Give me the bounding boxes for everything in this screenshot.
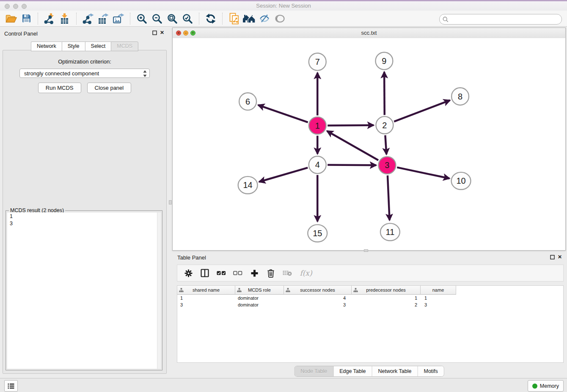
tab-select[interactable]: Select	[85, 41, 111, 51]
cell-shared-name[interactable]: 3	[177, 301, 235, 308]
close-panel-button[interactable]: Close panel	[87, 83, 132, 93]
column-header-mcds-role[interactable]: MCDS role	[235, 286, 284, 295]
close-table-panel-icon[interactable]: ✕	[558, 254, 562, 259]
show-graphics-details-button[interactable]	[272, 12, 287, 25]
vertical-splitter-handle[interactable]	[169, 200, 172, 204]
import-table-button[interactable]	[57, 12, 72, 25]
cell-successor-nodes[interactable]: 3	[284, 301, 352, 308]
select-stepper-icon	[143, 70, 147, 77]
network-window-titlebar[interactable]: ✕ − + scc.txt	[173, 28, 565, 39]
cell-predecessor-nodes[interactable]: 1	[352, 295, 421, 301]
refresh-icon	[205, 13, 216, 24]
search-input[interactable]	[449, 16, 561, 23]
save-session-button[interactable]	[19, 12, 34, 25]
plus-icon	[250, 269, 259, 277]
zoom-out-button[interactable]	[149, 12, 165, 25]
task-history-button[interactable]	[4, 380, 18, 392]
network-window-title: scc.txt	[173, 30, 565, 36]
svg-text:14: 14	[243, 180, 253, 190]
zoom-fit-icon	[167, 13, 178, 24]
column-header-successor-nodes[interactable]: successor nodes	[284, 286, 352, 295]
tab-network[interactable]: Network	[31, 41, 62, 51]
svg-text:1: 1	[315, 121, 320, 130]
cell-name[interactable]: 3	[421, 301, 456, 308]
table-row[interactable]: 1 dominator 4 1 1	[177, 295, 563, 301]
criterion-select[interactable]: strongly connected component	[19, 69, 150, 78]
add-column-button[interactable]	[250, 268, 259, 278]
export-table-button[interactable]	[96, 12, 111, 25]
column-label: successor nodes	[300, 287, 335, 293]
import-network-icon	[44, 13, 55, 24]
float-panel-icon[interactable]	[152, 30, 157, 35]
hierarchy-icon	[286, 288, 290, 293]
memory-button[interactable]: Memory	[528, 380, 564, 392]
column-header-name[interactable]: name	[421, 286, 456, 295]
apply-layout-button[interactable]	[242, 12, 257, 25]
zoom-in-icon	[136, 13, 147, 24]
open-file-button[interactable]	[3, 12, 19, 25]
tab-node-table[interactable]: Node Table	[295, 366, 333, 376]
unselect-all-columns-button[interactable]	[233, 268, 242, 278]
cell-predecessor-nodes[interactable]: 2	[352, 301, 421, 308]
cell-name[interactable]: 1	[421, 295, 456, 301]
refresh-layout-button[interactable]	[203, 12, 218, 25]
svg-text:11: 11	[386, 227, 395, 237]
columns-icon	[201, 269, 209, 277]
close-panel-icon[interactable]: ✕	[160, 30, 164, 35]
delete-column-button[interactable]	[266, 268, 275, 278]
unchecked-boxes-icon	[233, 271, 242, 276]
tab-network-table[interactable]: Network Table	[372, 366, 418, 376]
status-bar: Memory	[0, 378, 567, 392]
control-panel: Control Panel ✕ Network Style Select MCD…	[0, 27, 169, 378]
show-column-button[interactable]	[200, 268, 209, 278]
gear-icon	[184, 269, 193, 277]
export-image-button[interactable]	[111, 12, 126, 25]
export-network-button[interactable]	[80, 12, 96, 25]
column-header-predecessor-nodes[interactable]: predecessor nodes	[352, 286, 421, 295]
eye-icon	[275, 14, 285, 23]
table-options-button[interactable]	[184, 268, 193, 278]
tab-mcds[interactable]: MCDS	[111, 41, 138, 51]
cell-shared-name[interactable]: 1	[177, 295, 235, 301]
cell-successor-nodes[interactable]: 4	[284, 295, 352, 301]
import-table-icon	[60, 13, 70, 24]
zoom-fit-button[interactable]	[165, 12, 180, 25]
fx-icon: f(x)	[300, 269, 312, 277]
tab-edge-table[interactable]: Edge Table	[333, 366, 372, 376]
zoom-in-button[interactable]	[134, 12, 149, 25]
table-row[interactable]: 3 dominator 3 2 3	[177, 301, 563, 308]
import-network-button[interactable]	[42, 12, 57, 25]
zoom-selected-button[interactable]	[180, 12, 195, 25]
svg-text:10: 10	[456, 176, 465, 185]
window-titlebar: Session: New Session	[0, 0, 567, 11]
result-scrollbar[interactable]	[157, 213, 161, 369]
node-table[interactable]: shared name MCDS role successor nodes	[177, 285, 564, 363]
column-label: name	[432, 287, 444, 293]
table-tabs: Node Table Edge Table Network Table Moti…	[294, 366, 444, 377]
tab-style[interactable]: Style	[62, 41, 85, 51]
clone-network-button[interactable]	[226, 12, 242, 25]
table-toolbar: f(x)	[177, 265, 564, 282]
network-graph[interactable]: 7968124314101511	[173, 38, 565, 250]
cell-mcds-role[interactable]: dominator	[235, 295, 284, 301]
svg-text:15: 15	[313, 229, 322, 238]
select-all-columns-button[interactable]	[217, 268, 226, 278]
zoom-selected-icon	[182, 13, 193, 24]
run-mcds-button[interactable]: Run MCDS	[38, 83, 81, 93]
zoom-out-icon	[151, 13, 162, 24]
tab-motifs[interactable]: Motifs	[418, 366, 443, 376]
hierarchy-icon	[237, 288, 242, 293]
hierarchy-icon	[179, 288, 184, 293]
svg-text:8: 8	[458, 92, 462, 101]
optimization-criterion-label: Optimization criterion:	[3, 58, 166, 65]
mcds-result-text[interactable]: 1 3	[7, 213, 157, 369]
function-builder-button[interactable]: f(x)	[299, 268, 313, 278]
eye-slash-icon	[259, 14, 270, 23]
table-panel-title: Table Panel	[177, 254, 206, 261]
float-table-panel-icon[interactable]	[550, 255, 555, 259]
cell-mcds-role[interactable]: dominator	[235, 301, 284, 308]
hide-graphics-details-button[interactable]	[257, 12, 272, 25]
column-header-shared-name[interactable]: shared name	[177, 286, 235, 295]
delete-table-button[interactable]	[283, 268, 292, 278]
network-canvas[interactable]: 7968124314101511	[173, 38, 565, 250]
